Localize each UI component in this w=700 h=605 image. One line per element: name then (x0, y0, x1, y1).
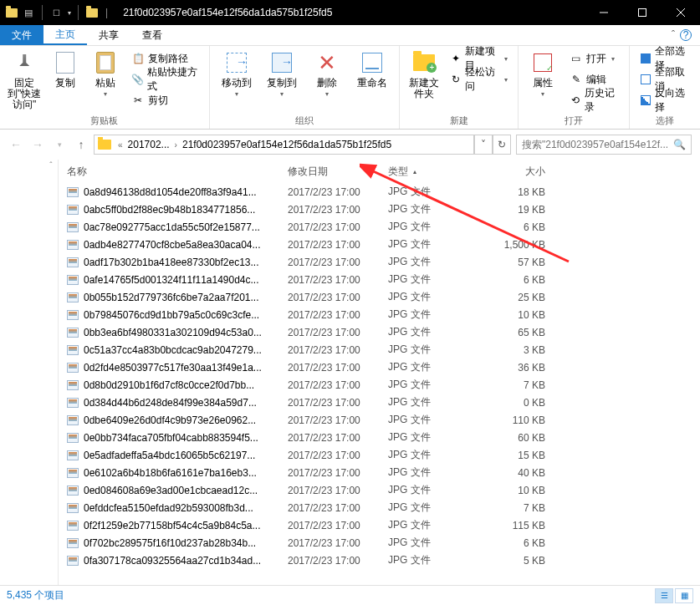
file-type: JPG 文件 (383, 413, 475, 427)
file-size: 115 KB (475, 520, 550, 531)
file-name: 0bb3ea6bf4980331a302109d94c53a0... (84, 327, 262, 338)
breadcrumb-dropdown[interactable]: ˅ (474, 135, 493, 155)
qat-item-icon[interactable]: ▤ (22, 6, 35, 19)
file-size: 36 KB (475, 362, 550, 374)
new-item-icon: ✦ (451, 52, 462, 65)
column-type[interactable]: 类型▴ (383, 165, 475, 179)
file-size: 65 KB (475, 327, 550, 338)
properties-button[interactable]: 属性▾ (525, 49, 561, 98)
open-icon: ▭ (570, 52, 583, 65)
file-type: JPG 文件 (383, 378, 475, 392)
refresh-button[interactable]: ↻ (493, 135, 511, 155)
nav-recent-dropdown[interactable]: ▾ (52, 140, 67, 149)
table-row[interactable]: 0ac78e092775acc1da55c50f2e15877...2017/2… (59, 218, 700, 236)
delete-button[interactable]: ✕ 删除▾ (307, 49, 347, 98)
column-date[interactable]: 修改日期 (283, 165, 383, 179)
history-button[interactable]: ⟲历史记录 (566, 91, 622, 109)
file-list: 名称 修改日期 类型▴ 大小 0a8d946138d8d1054de20ff8a… (59, 160, 700, 585)
nav-back-button[interactable]: ← (8, 138, 23, 151)
move-to-button[interactable]: 移动到▾ (217, 49, 257, 98)
search-icon[interactable]: 🔍 (673, 139, 686, 150)
view-icons-button[interactable]: ▦ (675, 588, 693, 603)
ribbon-collapse-icon[interactable]: ˆ (672, 29, 675, 41)
search-input[interactable] (522, 139, 673, 150)
paste-button[interactable]: 粘贴 ▾ (88, 49, 123, 98)
close-button[interactable] (662, 0, 700, 25)
table-row[interactable]: 0e5adfadeffa5a4bdc16065b5c62197...2017/2… (59, 446, 700, 464)
navpane-scroll-up-icon[interactable]: ˆ (49, 160, 52, 172)
table-row[interactable]: 0e0bb734faca705fbf04cabb883594f5...2017/… (59, 429, 700, 446)
table-row[interactable]: 0efddcfea5150efdad92b593008fb3d...2017/2… (59, 499, 700, 516)
tab-view[interactable]: 查看 (130, 25, 174, 45)
open-button[interactable]: ▭打开▾ (566, 49, 622, 68)
table-row[interactable]: 0adb4e8277470cf8cbe5a8ea30aca04...2017/2… (59, 236, 700, 253)
copy-icon (56, 52, 74, 74)
file-name: 0a8d946138d8d1054de20ff8a3f9a41... (84, 186, 257, 198)
maximize-button[interactable] (623, 0, 662, 25)
file-date: 2017/2/23 17:00 (283, 292, 383, 303)
new-folder-button[interactable]: 新建文件夹 (406, 49, 442, 99)
copy-to-button[interactable]: 复制到▾ (262, 49, 302, 98)
pin-button[interactable]: 固定到"快速访问" (7, 49, 42, 111)
table-row[interactable]: 0e6102a6b4b18b6fa6161e7ba16eb3...2017/2/… (59, 464, 700, 481)
nav-up-button[interactable]: ↑ (74, 138, 89, 151)
breadcrumb-segment[interactable]: 21f0d023957e0af154e12f56da1da575b1f25fd5 (181, 139, 393, 150)
copy-button[interactable]: 复制 (47, 49, 82, 89)
table-row[interactable]: 0b79845076cd9d1bb79a5c0c69c3cfe...2017/2… (59, 306, 700, 323)
chevron-icon[interactable]: « (116, 140, 125, 150)
table-row[interactable]: 0c51a37cc4a83b0bcdcac9ab2047279...2017/2… (59, 341, 700, 358)
table-row[interactable]: 0adf17b302b1ba418ee87330bf2ec13...2017/2… (59, 253, 700, 271)
file-date: 2017/2/23 17:00 (283, 555, 383, 567)
breadcrumb-folder-icon (98, 140, 111, 150)
select-none-icon (640, 73, 651, 86)
column-size[interactable]: 大小 (475, 165, 550, 179)
file-size: 5 KB (475, 555, 550, 567)
paste-shortcut-button[interactable]: 📎粘贴快捷方式 (128, 70, 202, 89)
tab-home[interactable]: 主页 (43, 25, 87, 45)
file-date: 2017/2/23 17:00 (283, 467, 383, 479)
file-date: 2017/2/23 17:00 (283, 186, 383, 198)
easy-access-button[interactable]: ↻轻松访问▾ (447, 70, 511, 89)
table-row[interactable]: 0abc5ff0bd2f88ec9b48b1834771856...2017/2… (59, 201, 700, 218)
table-row[interactable]: 0d2fd4e8503977c517fe30aa13f49e1a...2017/… (59, 358, 700, 376)
table-row[interactable]: 0fa307178ca09325564aa27cd1b34ad...2017/2… (59, 552, 700, 569)
view-details-button[interactable]: ☰ (655, 588, 673, 603)
table-row[interactable]: 0afe14765f5d001324f11f11a1490d4c...2017/… (59, 271, 700, 288)
chevron-right-icon[interactable]: › (173, 140, 179, 150)
qat-dropdown-icon[interactable]: ▾ (68, 9, 71, 17)
nav-pane[interactable]: ˆ (0, 160, 59, 585)
table-row[interactable]: 0dbe6409e26d0df4c9b973e26e0962...2017/2/… (59, 411, 700, 429)
column-name[interactable]: 名称 (59, 165, 283, 179)
table-row[interactable]: 0d384d44b6d248de84f99e384a59d7...2017/2/… (59, 394, 700, 411)
rename-button[interactable]: 重命名 (352, 49, 392, 89)
ribbon-tabs: 文件 主页 共享 查看 ˆ ? (0, 25, 700, 46)
table-row[interactable]: 0f702bc289575f16f10d237ab28b34b...2017/2… (59, 534, 700, 552)
table-row[interactable]: 0f2f1259e2b77158bf54c4c5a9b84c5a...2017/… (59, 516, 700, 534)
table-row[interactable]: 0d8b0d2910b1f6d7cf8c0cce2f0d7bb...2017/2… (59, 376, 700, 394)
table-row[interactable]: 0ed084608a69e3ad00e1cbcaead12c...2017/2/… (59, 481, 700, 499)
nav-forward-button[interactable]: → (30, 138, 45, 151)
table-row[interactable]: 0b055b152d779736fc6be7a2aa7f201...2017/2… (59, 288, 700, 306)
tab-share[interactable]: 共享 (87, 25, 130, 45)
minimize-button[interactable] (585, 0, 623, 25)
titlebar: ▤ ☐ ▾ | 21f0d023957e0af154e12f56da1da575… (0, 0, 700, 25)
tab-file[interactable]: 文件 (0, 25, 43, 45)
table-row[interactable]: 0bb3ea6bf4980331a302109d94c53a0...2017/2… (59, 323, 700, 341)
file-icon (67, 415, 79, 425)
file-type: JPG 文件 (383, 465, 475, 480)
file-date: 2017/2/23 17:00 (283, 257, 383, 268)
help-icon[interactable]: ? (680, 29, 692, 41)
table-row[interactable]: 0a8d946138d8d1054de20ff8a3f9a41...2017/2… (59, 183, 700, 201)
breadcrumb[interactable]: « 201702... › 21f0d023957e0af154e12f56da… (94, 135, 474, 155)
file-icon (67, 345, 79, 355)
edit-icon: ✎ (570, 73, 583, 86)
file-size: 3 KB (475, 344, 550, 356)
cut-button[interactable]: ✂剪切 (128, 91, 202, 109)
item-count: 5,435 个项目 (7, 588, 64, 602)
breadcrumb-segment[interactable]: 201702... (126, 139, 171, 150)
file-name: 0afe14765f5d001324f11f11a1490d4c... (84, 274, 259, 286)
invert-select-button[interactable]: 反向选择 (636, 91, 693, 109)
folder-icon (85, 6, 99, 19)
qat-checkbox-icon[interactable]: ☐ (49, 6, 63, 19)
search-box[interactable]: 🔍 (516, 135, 692, 155)
